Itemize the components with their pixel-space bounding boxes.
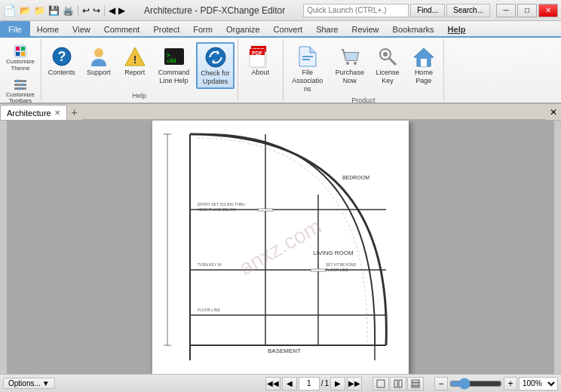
product-items: FileAssociations PurchaseNow (287, 41, 440, 95)
tab-comment[interactable]: Comment (97, 21, 147, 36)
tab-protect[interactable]: Protect (146, 21, 186, 36)
help-items: ? Contents Support (44, 41, 235, 90)
check-for-updates-button[interactable]: Check forUpdates (196, 42, 235, 89)
tab-organize[interactable]: Organize (219, 21, 267, 36)
doc-tab-architecture[interactable]: Architecture ✕ (0, 105, 67, 120)
right-sidebar (553, 121, 561, 374)
tab-home[interactable]: Home (30, 21, 66, 36)
zoom-in-button[interactable]: + (504, 377, 517, 390)
tab-view[interactable]: View (66, 21, 97, 36)
quick-access-toolbar: 📂 📁 💾 🖨️ ↩ ↪ ◀ ▶ (19, 5, 126, 17)
find-button[interactable]: Find... (410, 4, 445, 17)
svg-text:FLOOR LINE: FLOOR LINE (326, 268, 348, 272)
group-help: ? Contents Support (41, 39, 238, 101)
tab-convert[interactable]: Convert (267, 21, 310, 36)
single-page-view-button[interactable] (372, 377, 389, 390)
svg-rect-1 (16, 47, 20, 51)
scroll-view-button[interactable] (407, 377, 424, 390)
qa-undo[interactable]: ↩ (81, 5, 90, 17)
tab-bookmarks[interactable]: Bookmarks (386, 21, 441, 36)
svg-rect-63 (412, 386, 419, 387)
svg-point-10 (18, 87, 21, 90)
left-sidebar (0, 121, 8, 374)
ribbon-tab-bar: File Home View Comment Protect Form Orga… (0, 21, 561, 38)
next-page-button[interactable]: ▶ (330, 377, 345, 390)
command-line-help-button[interactable]: >_ cmd CommandLine Help (155, 42, 194, 87)
license-key-button[interactable]: LicenseKey (371, 42, 404, 87)
tab-review[interactable]: Review (345, 21, 385, 36)
svg-rect-34 (421, 59, 427, 66)
maximize-button[interactable]: □ (517, 4, 537, 17)
svg-rect-2 (21, 47, 25, 51)
file-associations-icon (296, 44, 320, 69)
options-button[interactable]: Options... ▼ (3, 378, 55, 389)
status-bar: Options... ▼ ◀◀ ◀ / 1 ▶ ▶▶ (0, 374, 561, 392)
page-navigation: ◀◀ ◀ / 1 ▶ ▶▶ (265, 377, 362, 390)
tab-file[interactable]: File (0, 21, 30, 36)
zoom-select[interactable]: 100% 50% 75% 125% 150% 200% (519, 377, 558, 390)
svg-rect-59 (394, 380, 397, 387)
license-key-label: LicenseKey (376, 69, 399, 85)
search-button[interactable]: Search... (446, 4, 490, 17)
ribbon-body: CustomizeTheme (0, 38, 561, 104)
prev-page-button[interactable]: ◀ (282, 377, 297, 390)
qa-save[interactable]: 💾 (48, 5, 60, 17)
svg-rect-60 (399, 380, 402, 387)
close-button[interactable]: ✕ (538, 4, 558, 17)
about-label: About (252, 69, 270, 77)
report-label: Report (124, 69, 145, 77)
contents-button[interactable]: ? Contents (44, 42, 79, 79)
purchase-now-button[interactable]: PurchaseNow (332, 42, 368, 87)
support-button[interactable]: Support (82, 42, 115, 79)
content-area: LIVING ROOM BASEMENT BEDROOM ENTRY SET S… (0, 121, 561, 374)
qa-redo[interactable]: ↪ (92, 5, 101, 17)
svg-text:!: ! (133, 54, 136, 66)
last-page-button[interactable]: ▶▶ (347, 377, 362, 390)
two-page-view-button[interactable] (390, 377, 406, 390)
view-mode-controls (372, 377, 424, 390)
page-number-input[interactable] (299, 377, 320, 390)
svg-line-31 (389, 58, 396, 65)
svg-point-13 (94, 48, 103, 57)
svg-rect-61 (412, 380, 419, 382)
new-tab-button[interactable]: + (67, 105, 82, 120)
svg-point-29 (354, 62, 357, 65)
minimize-button[interactable]: ─ (496, 4, 516, 17)
svg-text:SET HT BEYOND: SET HT BEYOND (326, 262, 356, 267)
doc-tab-close-icon[interactable]: ✕ (54, 109, 60, 117)
customize-toolbars-button[interactable]: CustomizeToolbars (3, 75, 38, 107)
svg-text:cmd: cmd (167, 58, 176, 64)
svg-text:BASEMENT: BASEMENT (268, 348, 301, 354)
qa-forward[interactable]: ▶ (118, 5, 126, 17)
home-page-button[interactable]: HomePage (407, 42, 440, 87)
svg-text:TURN KEY IN: TURN KEY IN (198, 262, 222, 267)
tab-form[interactable]: Form (186, 21, 219, 36)
qa-open[interactable]: 📁 (33, 5, 46, 17)
qa-print[interactable]: 🖨️ (62, 5, 75, 17)
support-label: Support (87, 69, 111, 77)
svg-rect-58 (377, 380, 385, 387)
report-button[interactable]: ! Report (118, 42, 152, 79)
zoom-out-button[interactable]: − (434, 377, 448, 390)
first-page-button[interactable]: ◀◀ (265, 377, 280, 390)
svg-point-32 (383, 52, 388, 57)
tab-share[interactable]: Share (309, 21, 345, 36)
customize-theme-button[interactable]: CustomizeTheme (3, 42, 38, 74)
zoom-slider[interactable] (449, 378, 502, 390)
tab-help[interactable]: Help (441, 21, 473, 36)
quick-launch-input[interactable] (303, 4, 409, 17)
group-product: FileAssociations PurchaseNow (284, 39, 444, 101)
svg-text:ENTRY SET SCLING THRU: ENTRY SET SCLING THRU (198, 202, 245, 207)
command-line-icon: >_ cmd (162, 44, 186, 69)
svg-text:HEIGHT LINE BELOW: HEIGHT LINE BELOW (198, 207, 236, 212)
close-all-tabs-button[interactable]: ✕ (546, 105, 561, 120)
customize-toolbars-label: CustomizeToolbars (6, 92, 35, 106)
svg-point-8 (16, 79, 19, 82)
qa-new[interactable]: 📂 (19, 5, 32, 17)
about-button[interactable]: PDF PDF About (244, 42, 277, 79)
svg-text:PDF: PDF (252, 51, 263, 56)
svg-point-19 (206, 47, 225, 67)
qa-back[interactable]: ◀ (108, 5, 116, 17)
main-document-area[interactable]: LIVING ROOM BASEMENT BEDROOM ENTRY SET S… (8, 121, 553, 374)
file-associations-button[interactable]: FileAssociations (287, 42, 329, 95)
